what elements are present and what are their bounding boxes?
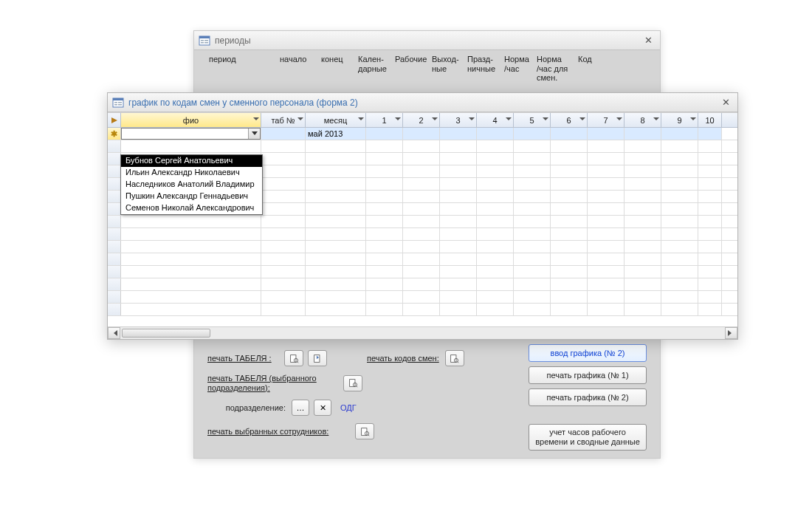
empty-cell[interactable] [661, 140, 698, 152]
empty-cell[interactable] [588, 191, 625, 202]
empty-cell[interactable] [514, 228, 551, 240]
empty-cell[interactable] [440, 278, 477, 290]
empty-cell[interactable] [661, 165, 698, 177]
empty-cell[interactable] [440, 153, 477, 165]
empty-cell[interactable] [551, 203, 588, 215]
empty-cell[interactable] [261, 178, 306, 190]
day-cell[interactable] [477, 128, 514, 140]
empty-cell[interactable] [440, 253, 477, 265]
empty-cell[interactable] [588, 304, 625, 315]
empty-row[interactable] [108, 216, 737, 228]
empty-cell[interactable] [306, 165, 366, 177]
empty-cell[interactable] [477, 178, 514, 190]
empty-cell[interactable] [477, 191, 514, 202]
empty-cell[interactable] [366, 140, 403, 152]
empty-cell[interactable] [121, 266, 261, 278]
month-cell[interactable]: май 2013 [306, 128, 366, 140]
empty-cell[interactable] [306, 178, 366, 190]
empty-cell[interactable] [514, 178, 551, 190]
empty-cell[interactable] [551, 178, 588, 190]
empty-cell[interactable] [514, 304, 551, 315]
empty-cell[interactable] [588, 216, 625, 227]
empty-row[interactable] [108, 291, 737, 304]
empty-cell[interactable] [306, 291, 366, 303]
empty-cell[interactable] [698, 266, 722, 278]
empty-cell[interactable] [588, 228, 625, 240]
empty-cell[interactable] [625, 191, 661, 202]
empty-cell[interactable] [366, 241, 403, 253]
empty-cell[interactable] [306, 253, 366, 265]
empty-row[interactable] [108, 228, 737, 241]
empty-cell[interactable] [261, 253, 306, 265]
empty-cell[interactable] [477, 228, 514, 240]
empty-cell[interactable] [477, 140, 514, 152]
empty-cell[interactable] [261, 165, 306, 177]
empty-cell[interactable] [121, 304, 261, 315]
empty-cell[interactable] [403, 228, 440, 240]
scroll-thumb[interactable] [122, 329, 210, 338]
empty-cell[interactable] [514, 191, 551, 202]
row-selector[interactable] [108, 153, 121, 165]
empty-cell[interactable] [588, 241, 625, 253]
btn-input-schedule-2[interactable]: ввод графика (№ 2) [529, 344, 647, 362]
empty-cell[interactable] [588, 203, 625, 215]
empty-cell[interactable] [403, 253, 440, 265]
empty-cell[interactable] [625, 228, 661, 240]
col-day-5[interactable]: 5 [514, 113, 551, 127]
empty-cell[interactable] [403, 216, 440, 227]
scroll-left-button[interactable] [108, 327, 120, 339]
fio-option[interactable]: Ильин Александр Николаевич [121, 167, 262, 179]
fio-cell[interactable] [121, 128, 261, 140]
empty-cell[interactable] [440, 165, 477, 177]
row-selector[interactable] [108, 228, 121, 240]
empty-cell[interactable] [306, 228, 366, 240]
empty-cell[interactable] [698, 216, 722, 227]
col-day-4[interactable]: 4 [477, 113, 514, 127]
btn-hours-report[interactable]: учет часов рабочего времени и сводные да… [529, 424, 647, 451]
empty-cell[interactable] [698, 291, 722, 303]
empty-cell[interactable] [366, 304, 403, 315]
empty-cell[interactable] [440, 203, 477, 215]
empty-cell[interactable] [366, 216, 403, 227]
row-selector[interactable] [108, 304, 121, 315]
empty-cell[interactable] [403, 291, 440, 303]
empty-cell[interactable] [514, 140, 551, 152]
empty-cell[interactable] [261, 203, 306, 215]
empty-cell[interactable] [306, 278, 366, 290]
empty-row[interactable] [108, 140, 737, 153]
empty-cell[interactable] [625, 178, 661, 190]
empty-cell[interactable] [261, 241, 306, 253]
empty-cell[interactable] [588, 140, 625, 152]
empty-cell[interactable] [121, 140, 261, 152]
day-cell[interactable] [661, 128, 698, 140]
empty-cell[interactable] [661, 291, 698, 303]
fio-option[interactable]: Пушкин Александр Геннадьевич [121, 191, 262, 202]
empty-cell[interactable] [121, 253, 261, 265]
empty-cell[interactable] [121, 228, 261, 240]
day-cell[interactable] [588, 128, 625, 140]
print-tabel-settings-button[interactable] [308, 350, 327, 366]
row-selector[interactable] [108, 291, 121, 303]
empty-cell[interactable] [121, 216, 261, 227]
empty-cell[interactable] [306, 203, 366, 215]
empty-cell[interactable] [588, 165, 625, 177]
empty-cell[interactable] [440, 241, 477, 253]
empty-cell[interactable] [477, 266, 514, 278]
empty-cell[interactable] [403, 153, 440, 165]
empty-cell[interactable] [477, 304, 514, 315]
empty-cell[interactable] [698, 178, 722, 190]
chevron-down-icon[interactable] [248, 129, 260, 139]
empty-cell[interactable] [661, 278, 698, 290]
empty-cell[interactable] [306, 140, 366, 152]
empty-cell[interactable] [625, 266, 661, 278]
empty-cell[interactable] [514, 165, 551, 177]
print-tabel-dept-button[interactable] [343, 375, 362, 391]
scroll-right-button[interactable] [725, 327, 737, 339]
empty-cell[interactable] [514, 253, 551, 265]
empty-cell[interactable] [366, 203, 403, 215]
empty-cell[interactable] [261, 216, 306, 227]
empty-cell[interactable] [261, 140, 306, 152]
empty-cell[interactable] [366, 278, 403, 290]
empty-cell[interactable] [366, 191, 403, 202]
row-selector[interactable] [108, 178, 121, 190]
